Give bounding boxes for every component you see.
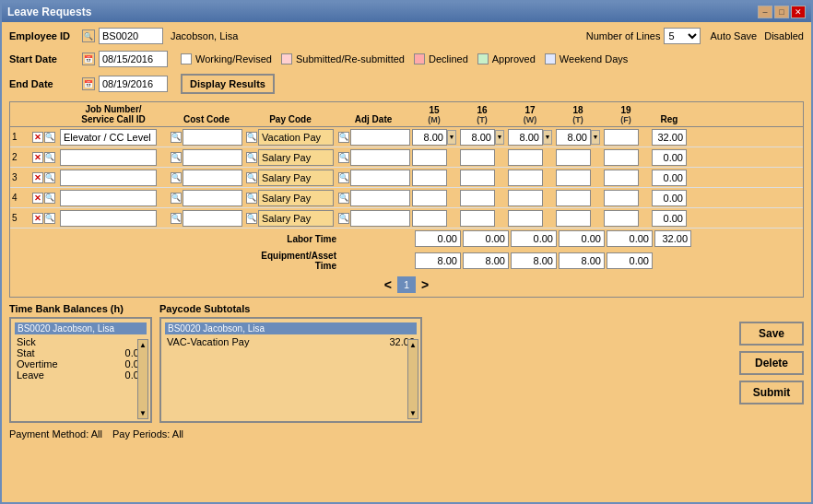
d17-input-5[interactable] bbox=[508, 210, 543, 227]
cost-search-icon-3[interactable]: 🔍 bbox=[171, 172, 182, 183]
row-delete-icon-3[interactable]: ✕ bbox=[32, 172, 43, 183]
reg-input-5[interactable] bbox=[652, 210, 687, 227]
pay-search-icon-1[interactable]: 🔍 bbox=[246, 132, 257, 143]
prev-page-button[interactable]: < bbox=[384, 277, 392, 292]
job-input-1[interactable] bbox=[60, 129, 157, 146]
labor-reg[interactable] bbox=[654, 230, 691, 247]
d18-input-4[interactable] bbox=[556, 190, 591, 206]
cost-input-3[interactable] bbox=[183, 170, 242, 186]
d16-input-5[interactable] bbox=[460, 210, 495, 227]
row-delete-icon-5[interactable]: ✕ bbox=[32, 213, 43, 224]
equip-d16[interactable] bbox=[463, 252, 509, 269]
cost-input-4[interactable] bbox=[183, 190, 242, 206]
equip-d19[interactable] bbox=[607, 252, 653, 269]
cost-search-icon-4[interactable]: 🔍 bbox=[171, 193, 182, 204]
d19-input-3[interactable] bbox=[604, 170, 639, 186]
d18-input-5[interactable] bbox=[556, 210, 591, 227]
reg-input-1[interactable] bbox=[652, 129, 687, 146]
row-search-icon-3[interactable]: 🔍 bbox=[44, 172, 55, 183]
d18-input-1[interactable] bbox=[556, 129, 591, 146]
d15-input-4[interactable] bbox=[412, 190, 447, 206]
adj-input-1[interactable] bbox=[350, 129, 410, 146]
d15-input-3[interactable] bbox=[412, 170, 447, 186]
labor-d15[interactable] bbox=[415, 230, 461, 247]
job-input-2[interactable] bbox=[60, 149, 157, 166]
d15-edit-icon[interactable]: ▼ bbox=[447, 130, 456, 145]
row-delete-icon-2[interactable]: ✕ bbox=[32, 152, 43, 163]
declined-checkbox[interactable] bbox=[414, 53, 425, 64]
num-lines-select[interactable]: 5 3 10 bbox=[664, 28, 701, 44]
pay-search-icon-2[interactable]: 🔍 bbox=[246, 152, 257, 163]
row-delete-icon-1[interactable]: ✕ bbox=[32, 132, 43, 143]
row-search-icon-2[interactable]: 🔍 bbox=[44, 152, 55, 163]
job-input-3[interactable] bbox=[60, 170, 157, 186]
d15-input-5[interactable] bbox=[412, 210, 447, 227]
cost-search-icon-5[interactable]: 🔍 bbox=[171, 213, 182, 224]
job-input-5[interactable] bbox=[60, 210, 157, 227]
equip-d18[interactable] bbox=[559, 252, 605, 269]
reg-input-3[interactable] bbox=[652, 170, 687, 186]
employee-id-input[interactable] bbox=[99, 28, 163, 44]
d19-input-5[interactable] bbox=[604, 210, 639, 227]
end-date-icon[interactable]: 📅 bbox=[82, 77, 95, 90]
scroll-up-icon[interactable]: ▲ bbox=[138, 340, 147, 350]
next-page-button[interactable]: > bbox=[421, 277, 429, 292]
cost-input-2[interactable] bbox=[183, 149, 242, 166]
pay-input-1[interactable] bbox=[258, 129, 334, 146]
d17-input-4[interactable] bbox=[508, 190, 543, 206]
d17-input-2[interactable] bbox=[508, 149, 543, 166]
weekend-checkbox[interactable] bbox=[545, 53, 556, 64]
d16-input-2[interactable] bbox=[460, 149, 495, 166]
reg-input-4[interactable] bbox=[652, 190, 687, 206]
labor-d17[interactable] bbox=[511, 230, 557, 247]
scroll-down-icon[interactable]: ▼ bbox=[138, 408, 147, 418]
working-revised-checkbox[interactable] bbox=[181, 53, 192, 64]
pay-input-2[interactable] bbox=[258, 149, 334, 166]
d17-input-1[interactable] bbox=[508, 129, 543, 146]
adj-search-icon-3[interactable]: 🔍 bbox=[338, 172, 349, 183]
pay-search-icon-3[interactable]: 🔍 bbox=[246, 172, 257, 183]
adj-search-icon-1[interactable]: 🔍 bbox=[338, 132, 349, 143]
start-date-input[interactable] bbox=[99, 51, 168, 67]
employee-id-icon[interactable]: 🔍 bbox=[82, 29, 95, 42]
d16-edit-icon[interactable]: ▼ bbox=[495, 130, 504, 145]
d19-input-4[interactable] bbox=[604, 190, 639, 206]
pay-search-icon-4[interactable]: 🔍 bbox=[246, 193, 257, 204]
labor-d16[interactable] bbox=[463, 230, 509, 247]
d16-input-3[interactable] bbox=[460, 170, 495, 186]
d17-edit-icon[interactable]: ▼ bbox=[543, 130, 552, 145]
d18-input-3[interactable] bbox=[556, 170, 591, 186]
save-button[interactable]: Save bbox=[739, 322, 804, 346]
d18-edit-icon[interactable]: ▼ bbox=[591, 130, 600, 145]
equip-d17[interactable] bbox=[511, 252, 557, 269]
minimize-button[interactable]: – bbox=[758, 6, 772, 18]
maximize-button[interactable]: □ bbox=[774, 6, 789, 18]
d15-input-2[interactable] bbox=[412, 149, 447, 166]
d17-input-3[interactable] bbox=[508, 170, 543, 186]
submit-button[interactable]: Submit bbox=[739, 381, 804, 404]
d19-input-2[interactable] bbox=[604, 149, 639, 166]
reg-input-2[interactable] bbox=[652, 149, 687, 166]
adj-input-3[interactable] bbox=[350, 170, 410, 186]
job-input-4[interactable] bbox=[60, 190, 157, 206]
pay-input-5[interactable] bbox=[258, 210, 334, 227]
equip-d15[interactable] bbox=[415, 252, 461, 269]
approved-checkbox[interactable] bbox=[477, 53, 489, 64]
paycode-scrollbar[interactable]: ▲ ▼ bbox=[407, 339, 418, 419]
d16-input-1[interactable] bbox=[460, 129, 495, 146]
paycode-scroll-up-icon[interactable]: ▲ bbox=[408, 340, 418, 350]
end-date-input[interactable] bbox=[99, 76, 168, 92]
row-search-icon-5[interactable]: 🔍 bbox=[44, 213, 55, 224]
row-delete-icon-4[interactable]: ✕ bbox=[32, 193, 43, 204]
adj-input-5[interactable] bbox=[350, 210, 410, 227]
delete-button[interactable]: Delete bbox=[739, 351, 804, 375]
adj-search-icon-4[interactable]: 🔍 bbox=[338, 193, 349, 204]
cost-search-icon-2[interactable]: 🔍 bbox=[171, 152, 182, 163]
d18-input-2[interactable] bbox=[556, 149, 591, 166]
adj-search-icon-2[interactable]: 🔍 bbox=[338, 152, 349, 163]
adj-search-icon-5[interactable]: 🔍 bbox=[338, 213, 349, 224]
pay-search-icon-5[interactable]: 🔍 bbox=[246, 213, 257, 224]
paycode-scroll-down-icon[interactable]: ▼ bbox=[408, 408, 418, 418]
pay-input-3[interactable] bbox=[258, 170, 334, 186]
adj-input-4[interactable] bbox=[350, 190, 410, 206]
